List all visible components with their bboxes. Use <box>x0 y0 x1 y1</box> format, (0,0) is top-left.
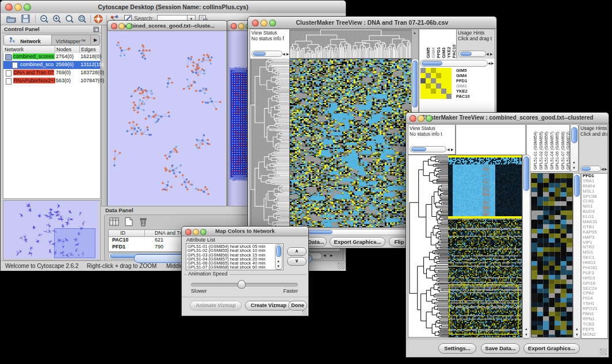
tv2-settings-button[interactable]: Settings... <box>438 343 476 354</box>
tv2-usage-hscrollbar[interactable] <box>580 166 601 172</box>
tv2-titlebar[interactable]: ClusterMaker TreeView : combined_scores_… <box>406 113 609 124</box>
data-cell-id: PAC10 <box>112 237 128 243</box>
tv2-status-hscrollbar[interactable] <box>410 146 446 152</box>
zoom-selected-icon[interactable] <box>65 14 74 24</box>
gene-label: MON2 <box>582 332 607 338</box>
network-table-row[interactable]: RNAPuberNov2+I563(0)107847(0) <box>3 77 100 85</box>
attribute-item[interactable]: GPL51-07 (GSM868) heat shock 60 min <box>188 265 275 269</box>
close-button[interactable] <box>231 23 237 29</box>
tv2-resize-grip[interactable] <box>600 348 607 355</box>
save-icon[interactable] <box>21 14 30 23</box>
select-attributes-icon[interactable] <box>109 217 120 227</box>
animate-vizmap-button[interactable]: Animate Vizmap <box>190 301 242 311</box>
tv1-heatmap[interactable] <box>289 59 412 228</box>
tv2-heatmap-vscrollbar[interactable]: ▲ ▼ <box>522 155 530 339</box>
tv1-export-graphics-button[interactable]: Export Graphics... <box>330 237 385 247</box>
tv1-usage-title: Usage Hints <box>458 30 484 36</box>
tv1-column-label: YKE2 <box>446 47 452 58</box>
tv1-status-hscrollbar[interactable] <box>251 51 282 57</box>
tv2-column-label: GPL51-07 (GSM868) <box>561 132 565 170</box>
tv1-row-labels: GIM5GIM4PFD1GIM3YKE2PAC10 <box>456 68 470 99</box>
close-button[interactable] <box>252 20 259 26</box>
zoom-button[interactable] <box>24 3 31 11</box>
tv1-row-label: GIM4 <box>456 73 470 78</box>
main-window-title: Cytoscape Desktop (Session Name: collins… <box>98 3 248 10</box>
zoom-fit-icon[interactable] <box>78 14 87 24</box>
minimize-button[interactable] <box>118 23 125 29</box>
zoom-button[interactable] <box>200 229 206 235</box>
zoom-button[interactable] <box>426 115 433 122</box>
minimize-button[interactable] <box>193 229 199 235</box>
help-lifering-icon[interactable] <box>94 14 103 24</box>
network-table-row[interactable]: combined_sco2569(6)13112(15) <box>3 61 100 69</box>
tv1-column-dendrogram[interactable] <box>289 29 411 59</box>
open-file-icon[interactable] <box>6 14 16 23</box>
tv2-export-graphics-button[interactable]: Export Graphics... <box>523 343 580 354</box>
close-button[interactable] <box>111 23 117 29</box>
network-table: combined_scores2764(0)16218(0)combined_s… <box>3 53 101 199</box>
close-button[interactable] <box>410 115 416 122</box>
col-nodes: Nodes <box>56 47 71 52</box>
tv2-row-dendrogram[interactable] <box>408 155 449 338</box>
tv2-column-label: GPL51-08 (GSM872) <box>566 132 570 170</box>
control-panel: Control Panel Network VizMapper™ ▶ Netwo… <box>2 25 102 260</box>
network-table-row[interactable]: combined_scores2764(0)16218(0) <box>3 53 100 61</box>
network-edges: 183728(0) <box>81 70 104 75</box>
tab-vizmapper[interactable]: VizMapper™ <box>52 35 90 45</box>
folder-icon <box>5 54 12 60</box>
status-welcome: Welcome to Cytoscape 2.6.2 <box>5 263 79 269</box>
tv1-row-dendrogram[interactable] <box>250 59 289 228</box>
zoom-button[interactable] <box>269 20 276 26</box>
slider-thumb[interactable] <box>238 280 246 289</box>
network-table-row[interactable]: DNA and Tran 07769(0)183728(0) <box>3 69 100 77</box>
tv2-save-data-button[interactable]: Save Data... <box>481 343 520 354</box>
tv2-labels-vscrollbar[interactable]: ▲ ▼ <box>570 124 579 172</box>
minimize-button[interactable] <box>14 3 22 11</box>
tv1-title: ClusterMaker TreeView : DNA and Tran 07-… <box>296 19 449 26</box>
attribute-list[interactable]: GPL51-01 (GSM854) heat shock 05 minGPL51… <box>186 243 284 270</box>
minimize-button[interactable] <box>418 115 424 122</box>
close-button[interactable] <box>5 3 13 11</box>
tv2-column-label: GPL51-01 (GSM854) <box>533 132 537 170</box>
attribute-list-vscrollbar[interactable]: ▲ ▼ <box>275 244 282 270</box>
dialog-resize-grip[interactable] <box>302 310 307 315</box>
tab-network[interactable]: Network <box>4 35 52 45</box>
main-resize-grip[interactable] <box>338 262 345 269</box>
minimize-button[interactable] <box>238 23 244 29</box>
new-attribute-icon[interactable] <box>124 217 134 227</box>
tv1-right-hscrollbar[interactable] <box>420 60 488 67</box>
delete-attribute-icon[interactable] <box>138 217 148 227</box>
attribute-down-button[interactable]: ∨ <box>287 257 307 266</box>
document-icon <box>6 70 12 76</box>
zoom-out-icon[interactable] <box>40 14 49 24</box>
birdseye-view[interactable] <box>3 200 101 260</box>
tv2-zoom-vscrollbar[interactable]: ▲ ▼ <box>573 173 581 339</box>
zoom-button[interactable] <box>126 23 132 29</box>
desktop: Cytoscape Desktop (Session Name: collins… <box>0 0 612 364</box>
slider-slower-label: Slower <box>191 288 207 294</box>
animation-speed-label: Animation Speed <box>186 271 230 277</box>
zoom-in-icon[interactable] <box>52 14 62 24</box>
col-network: Network <box>5 47 24 52</box>
tab-overflow-button[interactable]: ▶ <box>90 35 100 45</box>
tv2-column-label: GPL51-03 (GSM856) <box>544 132 548 170</box>
network-edges: 13112(15) <box>81 62 104 67</box>
done-button[interactable]: Done <box>288 301 307 311</box>
float-panel-icon[interactable] <box>93 26 99 32</box>
tv2-zoom-heatmap[interactable] <box>531 173 573 338</box>
minimize-button[interactable] <box>261 20 267 26</box>
network1-canvas[interactable] <box>108 31 225 206</box>
create-vizmap-button[interactable]: Create Vizmap <box>245 301 292 311</box>
tv2-button-bar: Settings... Save Data... Export Graphics… <box>406 339 609 357</box>
tv2-heatmap[interactable] <box>448 155 522 338</box>
close-button[interactable] <box>185 229 192 235</box>
tv1-cluster-matrix[interactable] <box>420 68 452 99</box>
tv1-titlebar[interactable]: ClusterMaker TreeView : DNA and Tran 07-… <box>248 17 496 29</box>
network-nodes: 2764(0) <box>56 53 74 59</box>
attribute-up-button[interactable]: ∧ <box>287 247 307 256</box>
tv1-column-labels: GIM5GIM4PFD1GIM3YKE2PAC10 <box>419 29 457 60</box>
main-titlebar[interactable]: Cytoscape Desktop (Session Name: collins… <box>1 1 346 14</box>
tv2-title: ClusterMaker TreeView : combined_scores_… <box>421 114 593 121</box>
tv1-view-status-panel: View Status No status info f ◀ ▶ <box>250 29 290 59</box>
tv1-usage-hscrollbar[interactable] <box>458 51 486 57</box>
